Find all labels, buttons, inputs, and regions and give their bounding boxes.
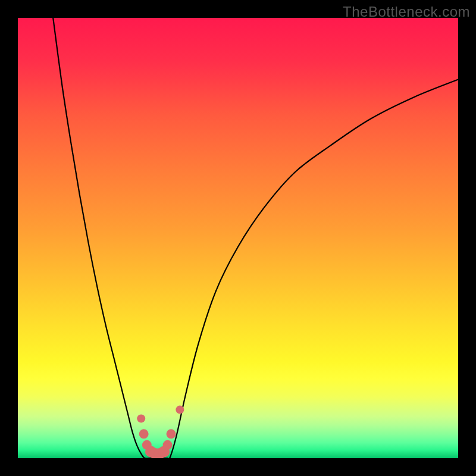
valley-marker	[167, 429, 176, 439]
valley-marker	[139, 429, 149, 439]
bottleneck-curve	[53, 18, 458, 458]
plot-area	[18, 18, 458, 458]
valley-marker	[137, 414, 145, 422]
outer-frame: TheBottleneck.com	[0, 0, 476, 476]
watermark-text: TheBottleneck.com	[343, 4, 470, 20]
valley-marker	[176, 406, 184, 414]
curve-layer	[18, 18, 458, 458]
valley-marker	[163, 440, 173, 450]
